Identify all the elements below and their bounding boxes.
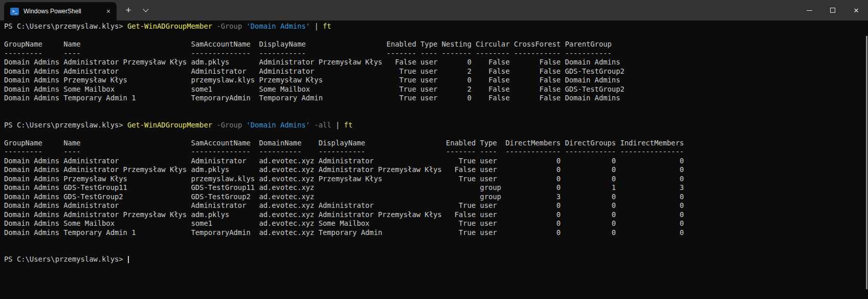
table-row: Domain Admins Administrator Administrato… — [4, 201, 868, 210]
command-segment-command: Get-WinADGroupMember — [127, 121, 212, 129]
table-row: Domain Admins Temporary Admin 1 Temporar… — [4, 228, 868, 238]
new-tab-button[interactable]: + — [121, 0, 136, 20]
tab-windows-powershell[interactable]: >_ Windows PowerShell × — [4, 2, 117, 20]
command-segment-default — [242, 121, 246, 129]
command-segment-parameter: -Group — [216, 22, 242, 30]
command-segment-string: 'Domain Admins' — [247, 121, 310, 129]
tab-title: Windows PowerShell — [24, 8, 104, 15]
table-divider-line: --------- ---- -------------- ----------… — [4, 49, 868, 58]
command-segment-parameter: -all — [314, 121, 331, 129]
command-segment-command: ft — [344, 121, 353, 129]
terminal-screen[interactable]: PS C:\Users\przemyslaw.klys> Get-WinADGr… — [0, 20, 868, 264]
blank-line — [4, 112, 868, 121]
table-row: Domain Admins Przemysław Kłys przemyslaw… — [4, 76, 868, 85]
table-row: Domain Admins Administrator Przemysław K… — [4, 210, 868, 220]
scrollbar-thumb[interactable] — [866, 36, 867, 289]
table-row: Domain Admins Administrator Przemysław K… — [4, 58, 868, 67]
prompt-text: PS C:\Users\przemyslaw.klys> — [4, 255, 127, 263]
table-header-line: GroupName Name SamAccountName DomainName… — [4, 139, 868, 148]
minimize-button[interactable] — [797, 0, 821, 20]
command-line-1: PS C:\Users\przemyslaw.klys> Get-WinADGr… — [4, 22, 868, 31]
table-row: Domain Admins Some Mailbox some1 Some Ma… — [4, 85, 868, 94]
maximize-icon — [830, 8, 835, 13]
table-row: Domain Admins GDS-TestGroup2 GDS-TestGro… — [4, 193, 868, 202]
blank-line — [4, 130, 868, 139]
command-segment-default: PS C:\Users\przemyslaw.klys> — [4, 121, 127, 129]
table-row: Domain Admins Some Mailbox some1 ad.evot… — [4, 219, 868, 228]
table-row: Domain Admins GDS-TestGroup11 GDS-TestGr… — [4, 183, 868, 193]
command-line-2: PS C:\Users\przemyslaw.klys> Get-WinADGr… — [4, 121, 868, 130]
text-cursor — [128, 256, 129, 263]
close-button[interactable]: × — [844, 0, 868, 20]
tab-dropdown-button[interactable] — [138, 0, 153, 20]
title-bar[interactable]: >_ Windows PowerShell × + × — [0, 0, 868, 20]
powershell-icon: >_ — [10, 8, 19, 15]
command-segment-default: PS C:\Users\przemyslaw.klys> — [4, 22, 127, 30]
command-segment-default: | — [310, 22, 323, 30]
table-row: Domain Admins Administrator Przemysław K… — [4, 165, 868, 175]
command-segment-default — [242, 22, 246, 30]
table-row: Domain Admins Administrator Administrato… — [4, 157, 868, 166]
maximize-button[interactable] — [821, 0, 844, 20]
minimize-icon — [807, 10, 812, 11]
command-segment-default: | — [331, 121, 344, 129]
prompt-line: PS C:\Users\przemyslaw.klys> — [4, 255, 868, 264]
window-controls: × — [797, 0, 868, 20]
command-segment-string: 'Domain Admins' — [247, 22, 310, 30]
blank-line — [4, 237, 868, 246]
close-icon: × — [854, 6, 859, 15]
table-header-line: GroupName Name SamAccountName DisplayNam… — [4, 40, 868, 49]
chevron-down-icon — [143, 6, 148, 12]
terminal-window: >_ Windows PowerShell × + × PS C:\Users\… — [0, 0, 868, 299]
blank-line — [4, 103, 868, 112]
table-divider-line: --------- ---- -------------- ----------… — [4, 147, 868, 157]
command-segment-command: ft — [323, 22, 331, 30]
command-segment-command: Get-WinADGroupMember — [127, 22, 212, 30]
blank-line — [4, 31, 868, 40]
table-row: Domain Admins Przemysław Kłys przemyslaw… — [4, 175, 868, 184]
table-row: Domain Admins Temporary Admin 1 Temporar… — [4, 94, 868, 103]
blank-line — [4, 246, 868, 255]
command-segment-parameter: -Group — [216, 121, 242, 129]
table-row: Domain Admins Administrator Administrato… — [4, 67, 868, 76]
tab-close-icon[interactable]: × — [104, 7, 113, 16]
